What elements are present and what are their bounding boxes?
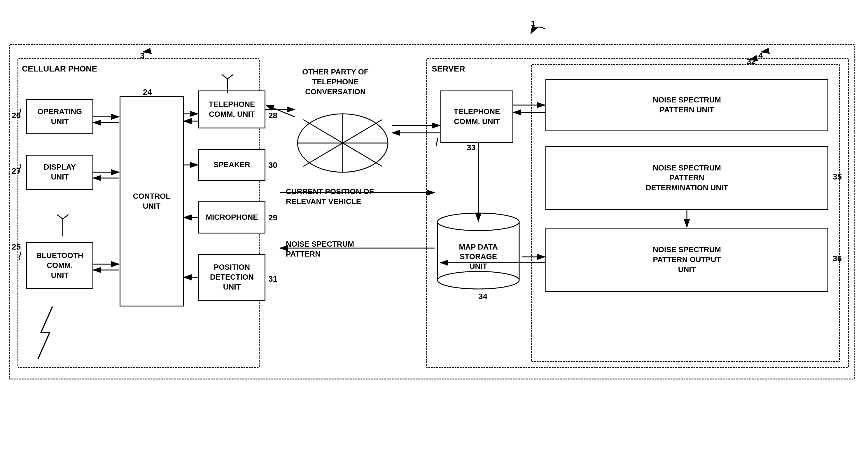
svg-line-16 <box>227 75 233 79</box>
operating-unit-block: OPERATINGUNIT <box>26 99 93 134</box>
ref-25: 25 <box>12 242 21 252</box>
ref-26: 26 <box>12 111 21 120</box>
bluetooth-comm-unit-block: BLUETOOTHCOMM.UNIT <box>26 242 93 289</box>
ref-31: 31 <box>268 274 277 284</box>
server-label: SERVER <box>432 64 465 74</box>
svg-line-13 <box>63 215 68 219</box>
noise-spectrum-pattern-label: NOISE SPECTRUMPATTERN <box>286 239 414 259</box>
map-data-storage-svg: MAP DATA STORAGE UNIT <box>435 210 522 292</box>
svg-point-1 <box>437 213 519 231</box>
display-unit-block: DISPLAYUNIT <box>26 155 93 190</box>
cellular-phone-label: CELLULAR PHONE <box>22 64 97 74</box>
ref-4: 4 <box>758 51 763 60</box>
ref-27: 27 <box>12 166 21 176</box>
lightning-bolt <box>29 307 64 359</box>
ref-35: 35 <box>833 172 842 181</box>
other-party-label: OTHER PARTY OFTELEPHONECONVERSATION <box>280 67 391 96</box>
svg-line-12 <box>57 215 63 219</box>
svg-line-15 <box>222 75 227 79</box>
svg-text:UNIT: UNIT <box>470 262 487 271</box>
bluetooth-antenna <box>54 213 71 236</box>
ref-24: 24 <box>143 88 152 97</box>
control-unit-block: CONTROLUNIT <box>120 96 184 307</box>
microphone-block: MICROPHONE <box>198 201 266 233</box>
position-detection-block: POSITIONDETECTIONUNIT <box>198 254 266 301</box>
ref-32: 32 <box>747 57 756 66</box>
ref-34: 34 <box>478 292 487 301</box>
ref-3: 3 <box>140 51 145 60</box>
diagram: 1 3 CELLULAR PHONE 4 SERVER 32 OPERATING… <box>0 0 868 453</box>
svg-text:MAP DATA: MAP DATA <box>459 243 498 251</box>
noise-spectrum-output-block: NOISE SPECTRUMPATTERN OUTPUTUNIT <box>546 228 828 292</box>
telephone-comm-phone-block: TELEPHONECOMM. UNIT <box>198 90 266 129</box>
noise-spectrum-determination-block: NOISE SPECTRUMPATTERNDETERMINATION UNIT <box>546 146 828 210</box>
ref-30: 30 <box>268 161 277 170</box>
telephone-comm-server-block: TELEPHONECOMM. UNIT <box>440 90 513 143</box>
svg-point-2 <box>437 272 519 289</box>
ref-28: 28 <box>268 111 277 120</box>
svg-text:STORAGE: STORAGE <box>460 252 497 261</box>
network-ellipse <box>294 111 391 175</box>
phone-antenna <box>219 73 236 93</box>
speaker-block: SPEAKER <box>198 149 266 181</box>
ref-29: 29 <box>268 213 277 222</box>
noise-spectrum-pattern-unit-block: NOISE SPECTRUMPATTERN UNIT <box>546 79 828 131</box>
ref-33: 33 <box>467 143 476 152</box>
ref-1: 1 <box>531 19 535 28</box>
current-position-label: CURRENT POSITION OFRELEVANT VEHICLE <box>286 187 414 207</box>
ref-36: 36 <box>833 254 842 263</box>
